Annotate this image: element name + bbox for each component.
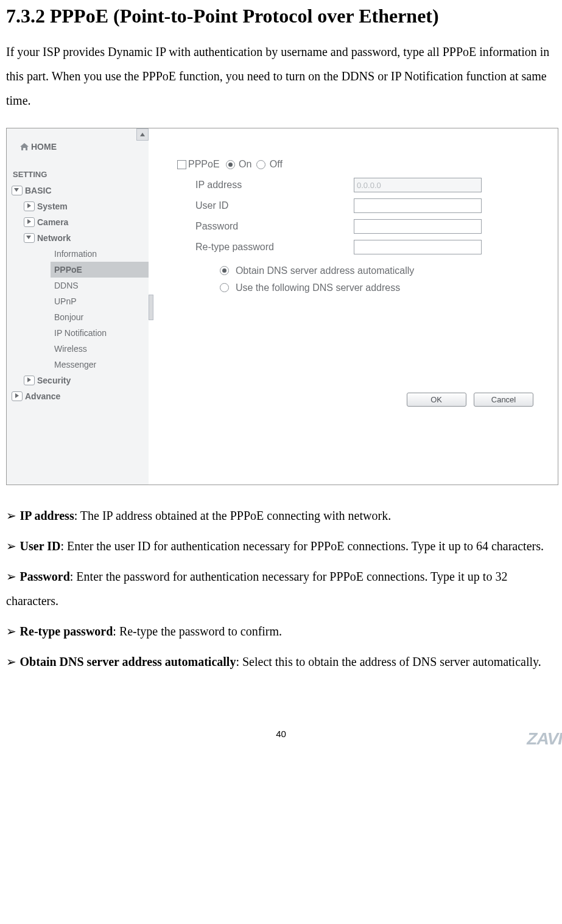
expand-icon — [24, 201, 35, 211]
settings-screenshot: HOME SETTING BASIC System Camera Network… — [6, 128, 558, 485]
home-label: HOME — [31, 142, 57, 152]
dns-manual-radio[interactable] — [220, 283, 229, 292]
tree-node-security[interactable]: Security — [19, 373, 149, 388]
desc-password: ➢ Password: Enter the password for authe… — [6, 564, 556, 613]
page-number: 40 — [6, 729, 556, 751]
sidebar-item-wireless[interactable]: Wireless — [51, 341, 149, 357]
desc-user-id: ➢ User ID: Enter the user ID for authent… — [6, 534, 556, 558]
off-text: Off — [270, 159, 283, 170]
dns-auto-radio[interactable] — [220, 266, 229, 275]
userid-label: User ID — [177, 200, 354, 211]
expand-icon — [24, 376, 35, 385]
tree-node-basic[interactable]: BASIC — [7, 183, 149, 198]
desc-dns-auto: ➢ Obtain DNS server address automaticall… — [6, 649, 556, 674]
tree-label: Advance — [25, 391, 60, 401]
sidebar-item-upnp[interactable]: UPnP — [51, 293, 149, 309]
desc-retype-password: ➢ Re-type password: Re-type the password… — [6, 619, 556, 643]
tree-label: System — [37, 201, 68, 211]
cancel-button[interactable]: Cancel — [474, 393, 533, 407]
desc-ip-address: ➢ IP address: The IP address obtained at… — [6, 503, 556, 528]
section-heading: 7.3.2 PPPoE (Point-to-Point Protocol ove… — [6, 5, 556, 27]
collapse-icon — [12, 186, 23, 195]
collapse-icon — [24, 233, 35, 243]
pppoe-checkbox[interactable] — [177, 160, 186, 169]
tree-label: Network — [37, 233, 71, 243]
pppoe-label: PPPoE — [188, 159, 220, 170]
sidebar-item-bonjour[interactable]: Bonjour — [51, 309, 149, 325]
setting-heading: SETTING — [7, 152, 149, 183]
pppoe-off-radio[interactable] — [256, 160, 265, 169]
retype-password-label: Re-type password — [177, 242, 354, 253]
sidebar-item-ddns[interactable]: DDNS — [51, 278, 149, 293]
sidebar: HOME SETTING BASIC System Camera Network… — [7, 128, 149, 485]
network-subitems: Information PPPoE DDNS UPnP Bonjour IP N… — [19, 246, 149, 373]
sidebar-item-messenger[interactable]: Messenger — [51, 357, 149, 373]
tree-label: Camera — [37, 217, 68, 227]
tree-node-network[interactable]: Network — [19, 230, 149, 246]
brand-watermark: ZAVI — [527, 729, 562, 749]
sidebar-item-information[interactable]: Information — [51, 246, 149, 262]
pppoe-on-radio[interactable] — [226, 160, 235, 169]
tree-node-camera[interactable]: Camera — [19, 214, 149, 230]
tree-label: BASIC — [25, 186, 52, 195]
tree-label: Security — [37, 376, 71, 385]
field-descriptions: ➢ IP address: The IP address obtained at… — [6, 503, 556, 674]
tree-node-advance[interactable]: Advance — [7, 388, 149, 404]
chevron-up-icon — [140, 133, 145, 136]
tree-node-system[interactable]: System — [19, 198, 149, 214]
home-link[interactable]: HOME — [7, 128, 149, 152]
dns-manual-label: Use the following DNS server address — [236, 282, 400, 293]
main-panel: PPPoE On Off IP address User ID — [153, 128, 558, 485]
password-label: Password — [177, 221, 354, 232]
nav-tree: BASIC System Camera Network Information … — [7, 183, 149, 404]
home-icon — [20, 142, 29, 150]
sidebar-item-pppoe[interactable]: PPPoE — [51, 262, 149, 278]
ip-address-label: IP address — [177, 180, 354, 191]
retype-password-input[interactable] — [354, 240, 482, 254]
intro-paragraph: If your ISP provides Dynamic IP with aut… — [6, 40, 556, 113]
password-input[interactable] — [354, 219, 482, 234]
ok-button[interactable]: OK — [407, 393, 466, 407]
userid-input[interactable] — [354, 198, 482, 213]
ip-address-input[interactable] — [354, 178, 482, 192]
expand-icon — [24, 217, 35, 227]
on-text: On — [239, 159, 251, 170]
scroll-up-button[interactable] — [136, 128, 149, 141]
sidebar-item-ipnotification[interactable]: IP Notification — [51, 325, 149, 341]
expand-icon — [12, 391, 23, 401]
dns-auto-label: Obtain DNS server address automatically — [236, 265, 414, 276]
